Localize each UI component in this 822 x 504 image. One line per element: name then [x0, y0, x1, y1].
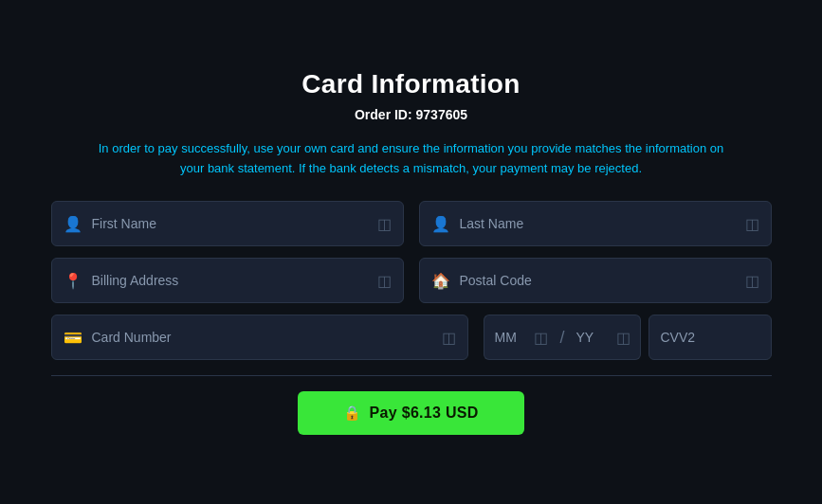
first-name-indicator-icon: ◫ [377, 215, 392, 233]
yy-indicator-icon: ◫ [616, 329, 630, 347]
expiry-cvv-section: ◫ / ◫ ◫ [484, 315, 771, 360]
card-info-container: Card Information Order ID: 9737605 In or… [51, 69, 772, 436]
cvv-group: ◫ [648, 315, 772, 360]
card-number-input[interactable] [92, 330, 433, 345]
person-icon-2: 👤 [431, 215, 450, 233]
order-id-label: Order ID: [355, 107, 416, 122]
location-icon: 📍 [64, 272, 82, 290]
yy-group: ◫ [567, 315, 641, 360]
card-indicator-icon: ◫ [442, 329, 456, 347]
order-id-row: Order ID: 9737605 [355, 107, 467, 122]
pay-button-label: Pay $6.13 USD [370, 405, 479, 422]
billing-address-group: 📍 ◫ [51, 258, 404, 303]
home-icon: 🏠 [431, 272, 450, 290]
expiry-group: ◫ / ◫ [484, 315, 640, 360]
form-section: 👤 ◫ 👤 ◫ 📍 ◫ 🏠 ◫ [51, 201, 772, 360]
last-name-group: 👤 ◫ [419, 201, 772, 246]
cvv-input[interactable] [661, 330, 823, 345]
person-icon: 👤 [64, 215, 82, 233]
last-name-input[interactable] [460, 216, 736, 231]
card-icon: 💳 [64, 329, 82, 347]
card-row: 💳 ◫ ◫ / ◫ [51, 315, 772, 360]
billing-indicator-icon: ◫ [377, 272, 392, 290]
postal-code-input[interactable] [460, 273, 736, 288]
address-row: 📍 ◫ 🏠 ◫ [51, 258, 772, 303]
yy-input[interactable] [576, 330, 611, 345]
slash-separator: / [557, 315, 566, 360]
card-number-group: 💳 ◫ [51, 315, 469, 360]
billing-address-input[interactable] [92, 273, 368, 288]
postal-code-group: 🏠 ◫ [419, 258, 772, 303]
postal-indicator-icon: ◫ [745, 272, 759, 290]
first-name-input[interactable] [92, 216, 368, 231]
page-title: Card Information [301, 69, 520, 99]
mm-group: ◫ [484, 315, 557, 360]
mm-input[interactable] [494, 330, 528, 345]
first-name-group: 👤 ◫ [51, 201, 404, 246]
name-row: 👤 ◫ 👤 ◫ [51, 201, 772, 246]
pay-button[interactable]: 🔒 Pay $6.13 USD [298, 391, 523, 435]
lock-icon: 🔒 [343, 405, 361, 422]
order-id-value: 9737605 [416, 107, 468, 122]
last-name-indicator-icon: ◫ [745, 215, 759, 233]
divider [51, 375, 772, 376]
notice-text: In order to pay successfully, use your o… [89, 139, 734, 179]
mm-indicator-icon: ◫ [534, 329, 548, 347]
